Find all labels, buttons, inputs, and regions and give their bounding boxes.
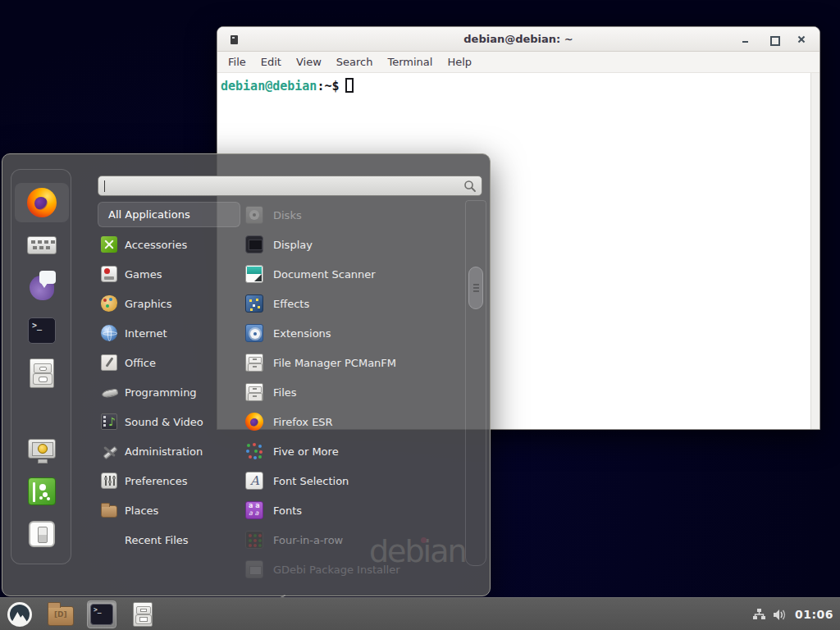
taskbar-terminal-button[interactable]: >_ (87, 600, 116, 628)
keyboard-package-icon (27, 236, 57, 254)
category-graphics[interactable]: Graphics (98, 289, 240, 318)
games-icon (101, 266, 117, 282)
file-cabinet-icon (245, 354, 263, 372)
five-or-more-icon (245, 442, 263, 460)
category-recent-files[interactable]: Recent Files (98, 525, 240, 555)
category-all-applications[interactable]: All Applications (98, 202, 240, 227)
terminal-icon: >_ (28, 317, 56, 344)
favorite-firefox[interactable] (15, 183, 69, 222)
font-selection-icon (245, 472, 263, 490)
menu-edit[interactable]: Edit (253, 53, 289, 71)
display-icon (245, 235, 263, 253)
menu-logo-icon (7, 602, 32, 627)
preferences-icon (101, 472, 117, 489)
app-firefox-esr[interactable]: Firefox ESR (240, 407, 467, 436)
terminal-menubar: File Edit View Search Terminal Help (217, 52, 819, 73)
category-list: All Applications Accessories Games Graph… (98, 200, 240, 555)
search-icon (463, 180, 477, 193)
file-cabinet-icon (30, 358, 54, 388)
app-file-manager-pcmanfm[interactable]: File Manager PCManFM (240, 348, 467, 377)
category-games[interactable]: Games (98, 259, 240, 289)
favorite-shutdown[interactable] (15, 514, 69, 554)
app-gdebi-package-installer[interactable]: GDebi Package Installer (240, 555, 467, 584)
category-administration[interactable]: Administration (98, 436, 240, 466)
network-icon[interactable] (752, 608, 766, 622)
app-display[interactable]: Display (240, 230, 467, 259)
lock-screen-icon (28, 439, 56, 459)
app-disks[interactable]: Disks (240, 200, 467, 230)
desktop: debian debian@debian: ~ File Edit View S… (0, 0, 840, 630)
text-caret (104, 180, 105, 192)
app-five-or-more[interactable]: Five or More (240, 436, 467, 466)
favorite-package-installer[interactable] (15, 226, 69, 265)
shutdown-icon (29, 521, 55, 547)
favorite-file-manager[interactable] (15, 354, 69, 393)
category-internet[interactable]: Internet (98, 318, 240, 348)
category-places[interactable]: Places (98, 495, 240, 525)
favorites-panel: >_ (11, 169, 71, 564)
menu-terminal[interactable]: Terminal (380, 53, 440, 71)
sound-video-icon (101, 413, 117, 430)
application-menu: >_ All Applications Accessories Games Gr… (2, 153, 491, 596)
maximize-button[interactable] (769, 34, 778, 44)
taskbar-files-button[interactable] (128, 600, 158, 628)
menu-search-field[interactable] (98, 176, 482, 196)
internet-globe-icon (101, 325, 117, 341)
menu-scrollbar-thumb[interactable] (468, 267, 483, 309)
app-files[interactable]: Files (240, 377, 467, 407)
effects-icon (245, 294, 263, 313)
favorite-logout[interactable] (15, 472, 69, 511)
prompt-user-host: debian@debian (221, 79, 317, 94)
app-font-selection[interactable]: Font Selection (240, 466, 467, 495)
taskbar-file-manager-button[interactable] (46, 600, 75, 628)
prompt-path: :~$ (317, 79, 339, 94)
accessories-icon (101, 236, 117, 253)
no-icon (101, 532, 117, 548)
close-button[interactable] (797, 34, 806, 44)
file-cabinet-icon (245, 383, 263, 401)
terminal-icon: >_ (90, 604, 113, 625)
category-sound-video[interactable]: Sound & Video (98, 407, 240, 436)
file-cabinet-icon (133, 602, 153, 627)
volume-icon[interactable] (773, 608, 788, 622)
graphics-icon (101, 295, 117, 312)
category-programming[interactable]: Programming (98, 377, 240, 407)
logout-icon (28, 477, 56, 505)
app-document-scanner[interactable]: Document Scanner (240, 259, 467, 289)
four-in-a-row-icon (245, 531, 263, 549)
category-preferences[interactable]: Preferences (98, 466, 240, 495)
clock[interactable]: 01:06 (795, 608, 833, 621)
programming-icon (101, 384, 117, 400)
menu-view[interactable]: View (289, 53, 329, 71)
favorite-terminal[interactable]: >_ (15, 311, 69, 350)
menu-search[interactable]: Search (329, 53, 381, 71)
folder-icon (48, 606, 74, 626)
app-fonts[interactable]: Fonts (240, 495, 467, 525)
app-extensions[interactable]: Extensions (240, 318, 467, 348)
minimize-button[interactable] (741, 34, 751, 44)
places-folder-icon (101, 505, 117, 518)
favorite-pidgin[interactable] (15, 268, 69, 308)
favorite-screensaver[interactable] (15, 429, 69, 468)
menu-help[interactable]: Help (440, 53, 479, 71)
taskbar: >_ 01:06 (0, 597, 840, 630)
firefox-icon (245, 413, 263, 431)
disks-icon (245, 206, 263, 224)
menu-scrollbar-track[interactable] (465, 200, 486, 566)
menu-button[interactable] (5, 600, 34, 628)
terminal-cursor (345, 78, 354, 93)
terminal-window-title: debian@debian: ~ (217, 33, 819, 45)
app-effects[interactable]: Effects (240, 289, 467, 318)
terminal-scrollbar[interactable] (810, 73, 819, 429)
extensions-gear-icon (245, 324, 263, 342)
pidgin-icon (30, 276, 54, 300)
category-office[interactable]: Office (98, 348, 240, 377)
application-list: Disks Display Document Scanner Effects E… (240, 200, 467, 584)
menu-file[interactable]: File (221, 53, 253, 71)
app-four-in-a-row[interactable]: Four-in-a-row (240, 525, 467, 555)
search-input[interactable] (107, 178, 451, 194)
gdebi-icon (245, 560, 263, 578)
terminal-titlebar[interactable]: debian@debian: ~ (217, 27, 819, 52)
fonts-icon (245, 501, 263, 519)
category-accessories[interactable]: Accessories (98, 230, 240, 259)
